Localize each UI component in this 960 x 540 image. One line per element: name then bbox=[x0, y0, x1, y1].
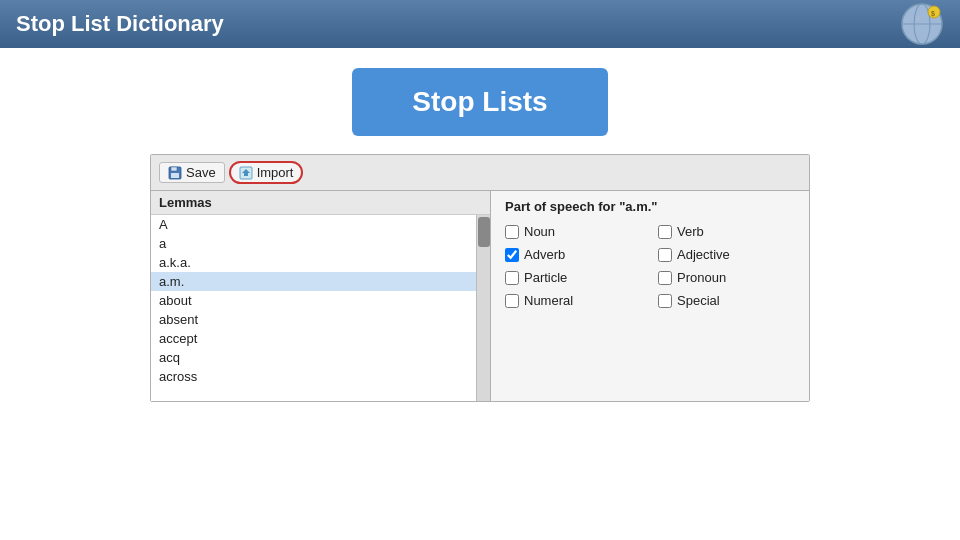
pos-item-noun: Noun bbox=[505, 224, 642, 239]
pos-checkbox-noun[interactable] bbox=[505, 225, 519, 239]
main-content: Stop Lists Save Import bbox=[0, 48, 960, 402]
list-item[interactable]: a.m. bbox=[151, 272, 490, 291]
svg-text:♪: ♪ bbox=[916, 13, 920, 22]
list-item[interactable]: a.k.a. bbox=[151, 253, 490, 272]
scrollbar-thumb bbox=[478, 217, 490, 247]
svg-text:$: $ bbox=[931, 10, 935, 18]
pos-item-adjective: Adjective bbox=[658, 247, 795, 262]
pos-item-special: Special bbox=[658, 293, 795, 308]
pos-label-special[interactable]: Special bbox=[677, 293, 720, 308]
logo-icon: $ ♪ bbox=[900, 2, 944, 46]
pos-item-numeral: Numeral bbox=[505, 293, 642, 308]
pos-item-verb: Verb bbox=[658, 224, 795, 239]
list-item[interactable]: A bbox=[151, 215, 490, 234]
pos-label-particle[interactable]: Particle bbox=[524, 270, 567, 285]
lemmas-label: Lemmas bbox=[151, 191, 490, 215]
list-item[interactable]: a bbox=[151, 234, 490, 253]
pos-label-adverb[interactable]: Adverb bbox=[524, 247, 565, 262]
list-item[interactable]: accept bbox=[151, 329, 490, 348]
pos-label-verb[interactable]: Verb bbox=[677, 224, 704, 239]
svg-rect-8 bbox=[171, 173, 179, 178]
pos-label-noun[interactable]: Noun bbox=[524, 224, 555, 239]
panel-body: Lemmas Aaa.k.a.a.m.aboutabsentacceptacqa… bbox=[151, 191, 809, 401]
pos-section: Part of speech for "a.m." NounVerbAdverb… bbox=[491, 191, 809, 401]
list-item[interactable]: absent bbox=[151, 310, 490, 329]
header: Stop List Dictionary $ ♪ bbox=[0, 0, 960, 48]
pos-grid: NounVerbAdverbAdjectiveParticlePronounNu… bbox=[505, 224, 795, 308]
lemmas-list[interactable]: Aaa.k.a.a.m.aboutabsentacceptacqacross bbox=[151, 215, 490, 401]
pos-checkbox-particle[interactable] bbox=[505, 271, 519, 285]
pos-item-pronoun: Pronoun bbox=[658, 270, 795, 285]
pos-item-particle: Particle bbox=[505, 270, 642, 285]
pos-checkbox-verb[interactable] bbox=[658, 225, 672, 239]
pos-title: Part of speech for "a.m." bbox=[505, 199, 795, 214]
pos-item-adverb: Adverb bbox=[505, 247, 642, 262]
pos-label-pronoun[interactable]: Pronoun bbox=[677, 270, 726, 285]
scrollbar[interactable] bbox=[476, 215, 490, 401]
import-icon bbox=[239, 166, 253, 180]
lemmas-section: Lemmas Aaa.k.a.a.m.aboutabsentacceptacqa… bbox=[151, 191, 491, 401]
pos-checkbox-pronoun[interactable] bbox=[658, 271, 672, 285]
save-icon bbox=[168, 166, 182, 180]
pos-label-numeral[interactable]: Numeral bbox=[524, 293, 573, 308]
page-title: Stop List Dictionary bbox=[16, 11, 224, 37]
pos-checkbox-special[interactable] bbox=[658, 294, 672, 308]
lemmas-list-container: Aaa.k.a.a.m.aboutabsentacceptacqacross bbox=[151, 215, 490, 401]
pos-checkbox-adverb[interactable] bbox=[505, 248, 519, 262]
pos-checkbox-adjective[interactable] bbox=[658, 248, 672, 262]
dictionary-panel: Save Import Lemmas Aaa.k.a.a.m.aboutabse… bbox=[150, 154, 810, 402]
svg-rect-7 bbox=[171, 167, 177, 171]
stop-lists-button[interactable]: Stop Lists bbox=[352, 68, 607, 136]
list-item[interactable]: across bbox=[151, 367, 490, 386]
import-button[interactable]: Import bbox=[229, 161, 304, 184]
pos-label-adjective[interactable]: Adjective bbox=[677, 247, 730, 262]
list-item[interactable]: acq bbox=[151, 348, 490, 367]
list-item[interactable]: about bbox=[151, 291, 490, 310]
pos-checkbox-numeral[interactable] bbox=[505, 294, 519, 308]
toolbar: Save Import bbox=[151, 155, 809, 191]
save-button[interactable]: Save bbox=[159, 162, 225, 183]
